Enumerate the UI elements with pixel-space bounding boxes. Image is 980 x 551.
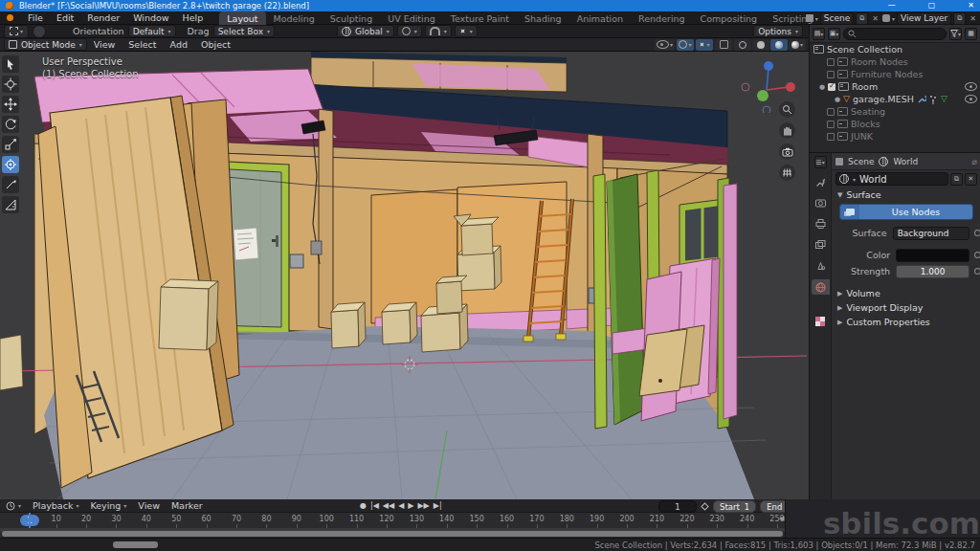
- exclude-checkbox[interactable]: [827, 121, 835, 128]
- new-collection-button[interactable]: ▦: [965, 28, 977, 40]
- filter-dropdown[interactable]: ▾: [949, 28, 962, 40]
- tab-world[interactable]: [812, 279, 830, 295]
- menu-view[interactable]: View: [132, 500, 166, 511]
- tool-fallback-icon[interactable]: [33, 25, 46, 38]
- jump-to-end-button[interactable]: ▶|: [434, 500, 442, 512]
- tool-measure[interactable]: [2, 196, 19, 213]
- unlink-scene-button[interactable]: ✕: [870, 14, 880, 23]
- drag-dropdown[interactable]: Select Box▾: [213, 25, 275, 37]
- scene-browse-chevron-icon[interactable]: ▾: [815, 15, 818, 22]
- snap-dropdown[interactable]: ▾: [425, 25, 452, 37]
- outliner-row-room-nodes[interactable]: Room Nodes: [810, 55, 980, 68]
- menu-window[interactable]: Window: [126, 11, 175, 25]
- overlays-dropdown[interactable]: ▾: [696, 39, 713, 51]
- pan-hand-button[interactable]: [779, 122, 795, 139]
- timeline-scrollbar[interactable]: [2, 531, 783, 537]
- menu-marker[interactable]: Marker: [166, 500, 209, 511]
- jump-to-start-button[interactable]: |◀: [370, 500, 379, 512]
- close-button[interactable]: ✕: [968, 0, 974, 11]
- menu-add[interactable]: Add: [164, 39, 194, 50]
- play-button[interactable]: ▶: [408, 500, 413, 512]
- breadcrumb-world[interactable]: World: [893, 157, 918, 166]
- animate-dot[interactable]: [974, 268, 980, 275]
- tab-animation[interactable]: Animation: [569, 11, 631, 25]
- unlink-world-button[interactable]: ✕: [965, 173, 977, 186]
- new-view-layer-button[interactable]: ⧉: [953, 12, 966, 25]
- surface-panel-header[interactable]: ▼Surface: [832, 187, 980, 202]
- exclude-checkbox[interactable]: [827, 71, 835, 78]
- menu-help[interactable]: Help: [176, 11, 211, 25]
- xray-toggle[interactable]: [715, 39, 732, 51]
- tab-texture-paint[interactable]: Texture Paint: [443, 11, 517, 25]
- expand-dot-icon[interactable]: ●: [835, 96, 840, 103]
- outliner-display-mode-dropdown[interactable]: ▤▾: [813, 28, 825, 40]
- animate-dot[interactable]: [974, 230, 980, 236]
- outliner-row-garage-mesh[interactable]: ● ▽ garage.MESH ▽: [810, 93, 980, 105]
- tab-texture[interactable]: [812, 314, 830, 329]
- tab-layout[interactable]: Layout: [219, 11, 265, 25]
- transform-orientation-dropdown[interactable]: Global▾: [337, 25, 394, 37]
- tab-scene[interactable]: [812, 258, 830, 274]
- expand-dot-icon[interactable]: ●: [819, 83, 825, 91]
- tab-output[interactable]: [812, 216, 830, 231]
- menu-select[interactable]: Select: [122, 39, 163, 50]
- play-reverse-button[interactable]: ◀: [398, 500, 404, 512]
- new-world-button[interactable]: ⧉: [950, 173, 963, 186]
- menu-file[interactable]: File: [21, 11, 50, 25]
- minimize-button[interactable]: —: [888, 0, 896, 11]
- frame-start-field[interactable]: Start1: [713, 500, 756, 513]
- outliner-row-junk[interactable]: JUNK: [810, 130, 980, 143]
- menu-edit[interactable]: Edit: [50, 11, 80, 25]
- outliner-row-seating[interactable]: Seating: [810, 105, 980, 118]
- outliner-row-blocks[interactable]: Blocks: [810, 118, 980, 130]
- tab-compositing[interactable]: Compositing: [693, 11, 766, 25]
- record-button[interactable]: ●: [360, 500, 367, 512]
- options-dropdown[interactable]: Options▾: [753, 25, 803, 37]
- view-layer-chevron-icon[interactable]: ▾: [892, 15, 895, 22]
- breadcrumb-scene[interactable]: Scene: [848, 157, 874, 166]
- view-layer-selector[interactable]: View Layer: [897, 12, 951, 25]
- shading-wireframe-button[interactable]: [734, 39, 751, 51]
- outliner-search-input[interactable]: [843, 28, 947, 40]
- zoom-button[interactable]: [779, 101, 795, 118]
- timeline-ruler[interactable]: 1 10203040506070809010011012013014015016…: [0, 513, 785, 528]
- animate-dot[interactable]: [974, 252, 980, 258]
- tool-cursor[interactable]: [2, 76, 19, 93]
- exclude-checkbox[interactable]: [828, 83, 835, 91]
- menu-object[interactable]: Object: [194, 39, 237, 50]
- tab-view-layer[interactable]: [812, 237, 830, 253]
- menu-playback[interactable]: Playback▾: [27, 500, 84, 511]
- shading-rendered-button[interactable]: ▾: [789, 39, 806, 51]
- hide-eye-icon[interactable]: [965, 95, 977, 103]
- tab-rendering[interactable]: Rendering: [631, 11, 693, 25]
- 3d-viewport[interactable]: User Perspective (1) Scene Collection: [0, 52, 809, 499]
- tool-annotate[interactable]: [2, 176, 19, 193]
- tool-transform[interactable]: [2, 156, 19, 173]
- use-nodes-button[interactable]: Use Nodes: [839, 204, 973, 220]
- tool-scale[interactable]: [2, 136, 19, 153]
- menu-keying[interactable]: Keying▾: [84, 500, 132, 511]
- tab-render[interactable]: [812, 195, 830, 210]
- region-collapse-chevron-icon[interactable]: ◀: [779, 515, 784, 522]
- shading-solid-button[interactable]: [752, 39, 769, 51]
- scene-selector[interactable]: Scene: [820, 12, 854, 25]
- maximize-button[interactable]: ▢: [928, 0, 936, 11]
- exclude-checkbox[interactable]: [827, 133, 835, 141]
- blender-app-icon[interactable]: [5, 14, 15, 22]
- editor-type-dropdown[interactable]: ☰▾: [814, 156, 827, 168]
- shading-material-button[interactable]: [770, 39, 788, 51]
- exclude-checkbox[interactable]: [827, 58, 835, 66]
- pin-icon[interactable]: ⌀: [972, 157, 977, 166]
- menu-view[interactable]: View: [87, 39, 122, 50]
- world-datablock-selector[interactable]: ▾ World: [835, 172, 948, 186]
- proportional-editing-dropdown[interactable]: ▾: [455, 25, 478, 37]
- exclude-checkbox[interactable]: [827, 108, 835, 116]
- pivot-point-dropdown[interactable]: ▾: [397, 25, 422, 37]
- tool-rotate[interactable]: [2, 116, 19, 133]
- camera-view-button[interactable]: [779, 143, 795, 160]
- tab-uv-editing[interactable]: UV Editing: [380, 11, 443, 25]
- outliner-scope-dropdown[interactable]: ▣▾: [828, 28, 840, 40]
- active-tool-button[interactable]: ▾: [4, 25, 29, 38]
- strength-slider[interactable]: 1.000: [896, 265, 969, 278]
- surface-type-dropdown[interactable]: Background: [893, 227, 970, 240]
